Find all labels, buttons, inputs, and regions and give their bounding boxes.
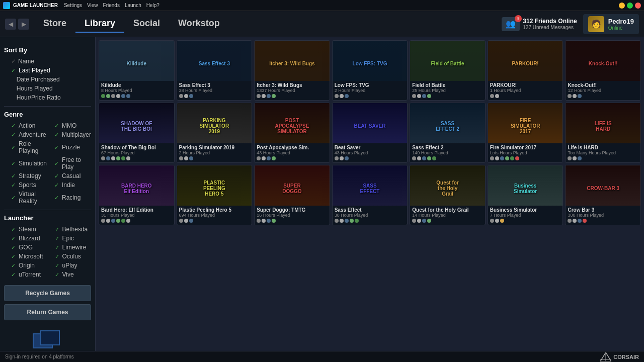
game-title: Super Doggo: TMTG (257, 207, 328, 213)
return-games-button[interactable]: Return Games (4, 304, 91, 320)
game-info: Business Simulator 7 Hours Played (488, 206, 563, 225)
game-info: Sass Effect 38 Hours Played (333, 206, 408, 225)
launcher-microsoft[interactable]: ✓Microsoft (4, 252, 48, 261)
launcher-gog[interactable]: ✓GOG (4, 243, 48, 252)
sort-name[interactable]: ✓ Name (4, 57, 91, 66)
game-card-itcher-3[interactable]: Itcher 3: Wild Bugs Itcher 3: Wild Bugs … (254, 40, 330, 101)
game-card-shadow-big-boi[interactable]: SHADOW OF THE BIG BOI Shadow of The Big … (99, 103, 175, 163)
genre-label: Genre (4, 111, 91, 118)
game-hours: 67 Hours Played (101, 150, 172, 155)
launcher-uplay[interactable]: ✓uPlay (48, 261, 92, 270)
tab-social[interactable]: Social (124, 15, 169, 33)
genre-adventure[interactable]: ✓Adventure (4, 130, 47, 139)
recycle-games-button[interactable]: Recycle Games (4, 285, 91, 301)
game-card-fire-sim-2017[interactable]: FIRE SIMULATOR 2017 Fire Simulator 2017 … (488, 103, 564, 163)
game-info: Shadow of The Big Boi 67 Hours Played (99, 143, 174, 162)
game-card-kilidude[interactable]: Kilidude Kilidude 8 Hours Played (99, 40, 175, 101)
game-hours: 25 Hours Played (412, 88, 483, 93)
game-info: Post Apocalypse Sim. 43 Hours Played (255, 143, 330, 162)
menu-help[interactable]: Help? (146, 3, 159, 8)
platform-icon (417, 94, 421, 98)
game-info: PARKOUR! 1 Hours Played (488, 81, 563, 100)
genre-strategy[interactable]: ✓Strategy (4, 171, 47, 180)
avatar: 🧑 (588, 16, 604, 32)
genre-racing[interactable]: ✓Racing (47, 190, 91, 206)
platform-icon (350, 219, 354, 223)
status-bar: Sign-in required on 4 platforms CORSAIR (0, 351, 644, 362)
tab-store[interactable]: Store (34, 15, 75, 33)
game-card-biz-sim[interactable]: Business Simulator Business Simulator 7 … (488, 165, 564, 225)
genre-multiplayer[interactable]: ✓Multiplayer (47, 130, 91, 139)
back-button[interactable]: ◀ (5, 19, 16, 30)
game-card-knock-out[interactable]: Knock-Out!! Knock-Out!! 12 Hours Played (565, 40, 641, 101)
menu-friends[interactable]: Friends (103, 3, 120, 8)
game-card-field-of-battle[interactable]: Field of Battle Field of Battle 25 Hours… (410, 40, 486, 101)
launcher-vive[interactable]: ✓Vive (48, 270, 92, 279)
user-area[interactable]: 🧑 Pedro19 Online (583, 14, 639, 34)
sort-last-played[interactable]: ✓ Last Played (4, 66, 91, 75)
minimize-button[interactable] (619, 3, 625, 9)
game-platform-icons (412, 94, 483, 98)
platform-icon (262, 156, 266, 160)
genre-vr[interactable]: ✓Virtual Reality (4, 190, 47, 206)
game-card-holy-grail[interactable]: Quest for the Holy Grail Quest for the H… (410, 165, 486, 225)
launcher-limewire[interactable]: ✓Limewire (48, 243, 92, 252)
close-button[interactable] (635, 3, 641, 9)
maximize-button[interactable] (627, 3, 633, 9)
game-info: Bard Hero: Elf Edition 31 Hours Played (99, 206, 174, 225)
menu-settings[interactable]: Settings (64, 3, 82, 8)
game-card-life-is-hard[interactable]: LIFE IS HARD Life Is HARD Too Many Hours… (565, 103, 641, 163)
platform-icon (568, 94, 572, 98)
genre-indie[interactable]: ✓Indie (47, 180, 91, 190)
platform-icon (412, 219, 416, 223)
game-card-low-fps[interactable]: Low FPS: TVG Low FPS: TVG 2 Hours Played (332, 40, 408, 101)
platform-icon (179, 219, 183, 223)
game-card-bard-hero[interactable]: BARD HERO Elf Edition Bard Hero: Elf Edi… (99, 165, 175, 225)
genre-action[interactable]: ✓Action (4, 121, 47, 130)
sort-hour-price[interactable]: Hour/Price Ratio (4, 93, 91, 102)
genre-mmo[interactable]: ✓MMO (47, 121, 91, 130)
platform-icon (412, 94, 416, 98)
genre-casual[interactable]: ✓Casual (47, 171, 91, 180)
game-hours: 694 Hours Played (179, 213, 250, 218)
genre-puzzle[interactable]: ✓Puzzle (47, 139, 91, 155)
genre-role-playing[interactable]: ✓Role Playing (4, 139, 47, 155)
game-title: Sass Effect 2 (412, 145, 483, 150)
friends-area[interactable]: 👥 8 312 Friends Online 127 Unread Messag… (502, 17, 577, 31)
menu-launch[interactable]: Launch (125, 3, 141, 8)
genre-sports[interactable]: ✓Sports (4, 180, 47, 190)
launcher-steam[interactable]: ✓Steam (4, 225, 48, 234)
game-platform-icons (568, 156, 638, 160)
platform-icon (335, 156, 339, 160)
launcher-list: ✓Steam ✓Bethesda ✓Blizzard ✓Epic ✓GOG ✓L… (4, 225, 91, 279)
game-card-sass-effect-3[interactable]: Sass Effect 3 Sass Effect 3 38 Hours Pla… (177, 40, 253, 101)
game-card-plastic-peeling[interactable]: PLASTIC PEELING HERO 5 Plastic Peeling H… (177, 165, 253, 225)
tab-workstop[interactable]: Workstop (169, 15, 229, 33)
game-title: Life Is HARD (568, 145, 638, 150)
launcher-blizzard[interactable]: ✓Blizzard (4, 234, 48, 243)
sort-hours-played[interactable]: Hours Played (4, 84, 91, 93)
launcher-utorrent[interactable]: ✓uTorrent (4, 270, 48, 279)
game-hours: 8 Hours Played (101, 88, 172, 93)
sort-date-purchased[interactable]: Date Purchased (4, 75, 91, 84)
platform-icon (272, 156, 276, 160)
game-card-post-apocalypse[interactable]: POST APOCALYPSE SIMULATOR Post Apocalyps… (254, 103, 330, 163)
launcher-epic[interactable]: ✓Epic (48, 234, 92, 243)
genre-simulation[interactable]: ✓Simulation (4, 155, 47, 171)
game-title: Knock-Out!! (568, 82, 638, 88)
launcher-origin[interactable]: ✓Origin (4, 261, 48, 270)
game-card-parking-sim-2019[interactable]: PARKING SIMULATOR 2019 Parking Simulator… (177, 103, 253, 163)
game-card-sass-effect-2[interactable]: SASS EFFECT 2 Sass Effect 2 140 Hours Pl… (410, 103, 486, 163)
genre-free-play[interactable]: ✓Free to Play (47, 155, 91, 171)
game-card-super-doggo[interactable]: SUPER DOGGO Super Doggo: TMTG 16 Hours P… (254, 165, 330, 225)
game-card-sass-effect-1[interactable]: SASS EFFECT Sass Effect 38 Hours Played (332, 165, 408, 225)
menu-view[interactable]: View (87, 3, 98, 8)
game-card-crow-bar[interactable]: CROW-BAR 3 Crow Bar 3 300 Hours Played (565, 165, 641, 225)
game-card-beat-saver[interactable]: BEAT SAVER Beat Saver 43 Hours Played (332, 103, 408, 163)
forward-button[interactable]: ▶ (18, 19, 29, 30)
game-card-parkour[interactable]: PARKOUR! PARKOUR! 1 Hours Played (488, 40, 564, 101)
game-title: Post Apocalypse Sim. (257, 145, 328, 150)
launcher-oculus[interactable]: ✓Oculus (48, 252, 92, 261)
launcher-bethesda[interactable]: ✓Bethesda (48, 225, 92, 234)
tab-library[interactable]: Library (75, 15, 124, 33)
